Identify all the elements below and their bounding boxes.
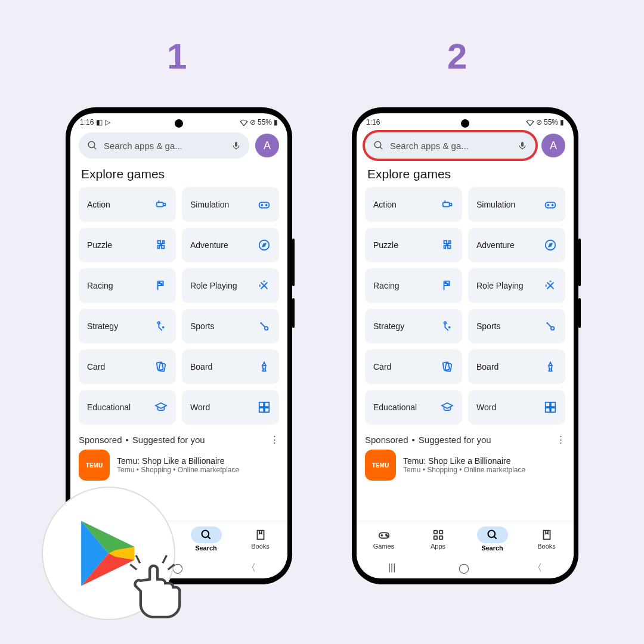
mic-icon[interactable] — [231, 140, 241, 151]
chip-label: Board — [190, 362, 212, 371]
svg-rect-27 — [443, 202, 450, 206]
section-title: Explore games — [70, 162, 287, 187]
category-chip-board[interactable]: Board — [182, 349, 279, 384]
category-chip-strategy[interactable]: Strategy — [79, 309, 176, 343]
svg-point-44 — [386, 535, 388, 537]
card-icon — [441, 360, 454, 373]
category-chip-educational[interactable]: Educational — [365, 390, 462, 425]
category-chip-puzzle[interactable]: Puzzle — [365, 228, 462, 262]
battery-icon: ▮ — [560, 118, 564, 126]
category-chip-word[interactable]: Word — [182, 390, 279, 425]
category-chip-puzzle[interactable]: Puzzle — [79, 228, 176, 262]
nav-label: Search — [481, 544, 503, 552]
word-icon — [258, 401, 271, 414]
category-chip-role-playing[interactable]: Role Playing — [468, 268, 565, 303]
category-chip-board[interactable]: Board — [468, 349, 565, 384]
category-chip-strategy[interactable]: Strategy — [365, 309, 462, 343]
app-icon: TEMU — [365, 450, 396, 481]
search-icon — [191, 527, 222, 543]
nav-search[interactable]: Search — [179, 521, 233, 557]
sponsored-row: Sponsored • Suggested for you ⋮ — [70, 425, 287, 450]
adventure-icon — [258, 239, 271, 252]
category-chip-simulation[interactable]: Simulation — [182, 187, 279, 222]
category-chip-sports[interactable]: Sports — [182, 309, 279, 343]
battery-text: 55% — [544, 118, 558, 126]
app-meta: Temu • Shopping • Online marketplace — [117, 466, 279, 474]
chip-label: Word — [190, 402, 210, 412]
chip-label: Role Playing — [476, 281, 524, 290]
more-icon[interactable]: ⋮ — [270, 434, 279, 445]
svg-rect-32 — [445, 283, 446, 284]
word-icon — [544, 401, 557, 414]
roleplaying-icon — [544, 279, 557, 292]
sports-icon — [544, 320, 557, 333]
nav-label: Games — [373, 543, 394, 550]
action-icon — [441, 198, 454, 211]
category-chip-word[interactable]: Word — [468, 390, 565, 425]
nav-games[interactable]: Games — [357, 521, 411, 557]
chip-label: Word — [476, 402, 496, 412]
nav-books[interactable]: Books — [519, 521, 574, 557]
search-placeholder: Search apps & ga... — [104, 141, 225, 151]
chip-label: Puzzle — [87, 240, 112, 250]
back-button[interactable]: 〈 — [246, 562, 256, 574]
search-bar[interactable]: Search apps & ga... — [365, 132, 535, 159]
category-chip-racing[interactable]: Racing — [79, 268, 176, 303]
category-chip-card[interactable]: Card — [365, 349, 462, 384]
category-chip-adventure[interactable]: Adventure — [468, 228, 565, 262]
nav-search[interactable]: Search — [465, 521, 519, 557]
search-icon — [87, 140, 98, 151]
category-chip-action[interactable]: Action — [365, 187, 462, 222]
search-bar[interactable]: Search apps & ga... — [79, 132, 249, 159]
app-suggestion[interactable]: TEMU Temu: Shop Like a Billionaire Temu … — [357, 450, 574, 481]
svg-point-4 — [261, 205, 262, 206]
app-suggestion[interactable]: TEMU Temu: Shop Like a Billionaire Temu … — [70, 450, 287, 481]
strategy-icon — [441, 320, 454, 333]
svg-rect-41 — [551, 408, 555, 412]
board-icon — [258, 360, 271, 373]
category-chip-role-playing[interactable]: Role Playing — [182, 268, 279, 303]
profile-avatar[interactable]: A — [541, 134, 565, 157]
home-button[interactable]: ◯ — [459, 562, 469, 574]
category-chip-card[interactable]: Card — [79, 349, 176, 384]
category-chip-simulation[interactable]: Simulation — [468, 187, 565, 222]
search-icon — [477, 527, 508, 543]
wifi-icon — [240, 119, 248, 126]
no-signal-icon: ⊘ — [250, 118, 256, 126]
svg-point-25 — [374, 141, 381, 148]
category-chip-sports[interactable]: Sports — [468, 309, 565, 343]
svg-rect-46 — [439, 531, 442, 534]
app-icon: TEMU — [79, 450, 110, 481]
nav-books[interactable]: Books — [233, 521, 287, 557]
more-icon[interactable]: ⋮ — [556, 434, 565, 445]
recents-button[interactable]: ||| — [388, 562, 395, 573]
chip-label: Sports — [476, 321, 500, 331]
chip-label: Simulation — [476, 200, 515, 209]
board-icon — [544, 360, 557, 373]
mic-icon[interactable] — [518, 140, 527, 151]
svg-rect-13 — [259, 402, 264, 407]
battery-icon: ▮ — [274, 118, 278, 126]
nav-label: Search — [195, 544, 217, 552]
back-button[interactable]: 〈 — [532, 562, 542, 574]
clock: 1:16 — [366, 118, 380, 126]
sports-icon — [258, 320, 271, 333]
educational-icon — [441, 401, 454, 414]
chip-label: Educational — [87, 402, 131, 412]
category-chip-action[interactable]: Action — [79, 187, 176, 222]
roleplaying-icon — [258, 279, 271, 292]
category-grid: ActionSimulationPuzzleAdventureRacingRol… — [357, 187, 574, 425]
sponsored-label: Sponsored — [79, 435, 122, 445]
strategy-icon — [154, 320, 168, 333]
play-icon: ▷ — [105, 118, 110, 126]
suggested-label: Suggested for you — [419, 435, 491, 445]
nav-label: Books — [537, 543, 556, 550]
category-chip-racing[interactable]: Racing — [365, 268, 462, 303]
category-chip-adventure[interactable]: Adventure — [182, 228, 279, 262]
suggested-label: Suggested for you — [132, 435, 205, 445]
category-chip-educational[interactable]: Educational — [79, 390, 176, 425]
svg-point-9 — [158, 322, 160, 324]
nav-apps[interactable]: Apps — [411, 521, 465, 557]
profile-avatar[interactable]: A — [255, 134, 279, 157]
camera-notch — [175, 119, 183, 128]
